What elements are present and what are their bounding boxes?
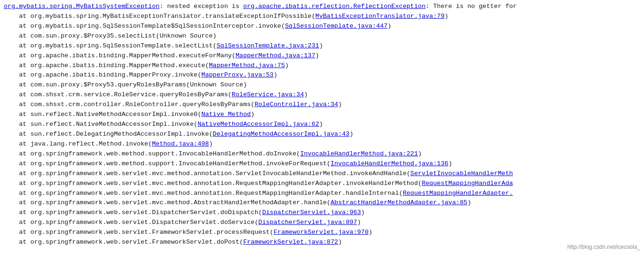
stack-link[interactable]: Method.java:498 bbox=[152, 140, 209, 147]
stack-trace-line: at org.springframework.web.servlet.mvc.m… bbox=[4, 198, 640, 208]
stack-trace-line: at com.shsxt.crm.controller.RoleControll… bbox=[4, 100, 640, 110]
stack-text: at com.sun.proxy.$Proxy53.queryRolesByPa… bbox=[4, 81, 247, 88]
stack-text: ) bbox=[369, 229, 372, 236]
stack-link[interactable]: MapperProxy.java:53 bbox=[201, 71, 273, 78]
stack-trace-line: at org.mybatis.spring.SqlSessionTemplate… bbox=[4, 41, 640, 51]
stack-text: ) bbox=[445, 13, 448, 20]
stack-text: ) bbox=[285, 62, 289, 69]
stack-text: at com.shsxt.crm.service.RoleService.que… bbox=[4, 91, 232, 98]
stack-text: ) bbox=[361, 209, 365, 216]
stack-text: ) bbox=[251, 111, 255, 118]
stack-link[interactable]: SqlSessionTemplate.java:447 bbox=[285, 23, 388, 30]
stack-text: at org.mybatis.spring.SqlSessionTemplate… bbox=[4, 42, 217, 49]
stack-trace-line: at org.apache.ibatis.binding.MapperProxy… bbox=[4, 70, 640, 80]
stack-trace-line: at org.springframework.web.method.suppor… bbox=[4, 149, 640, 159]
stack-link[interactable]: org.apache.ibatis.reflection.ReflectionE… bbox=[243, 3, 425, 10]
stack-text: ) bbox=[273, 71, 277, 78]
stack-trace-line: org.mybatis.spring.MyBatisSystemExceptio… bbox=[4, 2, 640, 12]
stack-text: ) bbox=[448, 160, 452, 167]
stack-trace-line: at org.springframework.web.servlet.Frame… bbox=[4, 228, 640, 238]
stack-text: ) bbox=[338, 239, 342, 246]
stack-trace-line: at org.springframework.web.servlet.Dispa… bbox=[4, 218, 640, 228]
stack-trace-line: at org.mybatis.spring.MyBatisExceptionTr… bbox=[4, 12, 640, 22]
stack-trace-line: at org.apache.ibatis.binding.MapperMetho… bbox=[4, 61, 640, 71]
stack-link[interactable]: MapperMethod.java:137 bbox=[235, 52, 315, 59]
stack-trace-line: at com.sun.proxy.$Proxy53.queryRolesByPa… bbox=[4, 80, 640, 90]
stack-text: at sun.reflect.NativeMethodAccessorImpl.… bbox=[4, 121, 197, 128]
stack-text: ) bbox=[338, 101, 342, 108]
stack-text: at sun.reflect.DelegatingMethodAccessorI… bbox=[4, 131, 213, 138]
stack-trace-line: at org.springframework.web.method.suppor… bbox=[4, 159, 640, 169]
stack-link[interactable]: InvocableHandlerMethod.java:221 bbox=[300, 150, 418, 157]
stack-text: ) bbox=[209, 140, 212, 147]
stack-link[interactable]: AbstractHandlerMethodAdapter.java:85 bbox=[331, 199, 468, 206]
stack-trace-line: at java.lang.reflect.Method.invoke(Metho… bbox=[4, 139, 640, 149]
stack-text: at org.springframework.web.servlet.mvc.m… bbox=[4, 180, 422, 187]
stack-text: at sun.reflect.NativeMethodAccessorImpl.… bbox=[4, 111, 201, 118]
stack-link[interactable]: DelegatingMethodAccessorImpl.java:43 bbox=[213, 131, 350, 138]
stack-trace-line: at org.springframework.web.servlet.Frame… bbox=[4, 238, 640, 247]
stack-link[interactable]: FrameworkServlet.java:970 bbox=[273, 229, 369, 236]
stack-trace-line: at com.shsxt.crm.service.RoleService.que… bbox=[4, 90, 640, 100]
stack-text: at org.springframework.web.servlet.mvc.m… bbox=[4, 190, 403, 197]
stack-link[interactable]: MyBatisExceptionTranslator.java:79 bbox=[315, 13, 444, 20]
stack-text: : nested exception is bbox=[159, 3, 243, 10]
stack-text: at org.springframework.web.servlet.Dispa… bbox=[4, 219, 258, 226]
stack-link[interactable]: RequestMappingHandlerAda bbox=[422, 180, 513, 187]
stack-text: ) bbox=[418, 150, 422, 157]
stack-text: ) bbox=[319, 42, 323, 49]
stack-text: at org.apache.ibatis.binding.MapperProxy… bbox=[4, 71, 201, 78]
stack-text: at com.shsxt.crm.controller.RoleControll… bbox=[4, 101, 255, 108]
stack-text: at org.springframework.web.servlet.Dispa… bbox=[4, 209, 262, 216]
stack-text: ) bbox=[304, 91, 308, 98]
stack-link[interactable]: RoleService.java:34 bbox=[232, 91, 304, 98]
stack-link[interactable]: DispatcherServlet.java:963 bbox=[262, 209, 361, 216]
stack-trace-line: at sun.reflect.DelegatingMethodAccessorI… bbox=[4, 130, 640, 139]
stack-link[interactable]: NativeMethodAccessorImpl.java:62 bbox=[197, 121, 319, 128]
stack-link[interactable]: SqlSessionTemplate.java:231 bbox=[217, 42, 319, 49]
stack-link[interactable]: RoleController.java:34 bbox=[255, 101, 338, 108]
stack-link[interactable]: InvocableHandlerMethod.java:136 bbox=[331, 160, 448, 167]
stack-text: ) bbox=[315, 52, 319, 59]
stack-text: : There is no getter for bbox=[425, 3, 516, 10]
stack-text: at org.springframework.web.method.suppor… bbox=[4, 150, 300, 157]
stack-text: at org.apache.ibatis.binding.MapperMetho… bbox=[4, 62, 209, 69]
stack-text: at org.mybatis.spring.MyBatisExceptionTr… bbox=[4, 13, 315, 20]
stack-trace-line: at org.mybatis.spring.SqlSessionTemplate… bbox=[4, 22, 640, 31]
stack-trace-line: at org.springframework.web.servlet.mvc.m… bbox=[4, 169, 640, 179]
stack-text: at java.lang.reflect.Method.invoke( bbox=[4, 140, 152, 147]
stack-link[interactable]: org.mybatis.spring.MyBatisSystemExceptio… bbox=[4, 3, 159, 10]
stack-link[interactable]: RequestMappingHandlerAdapter. bbox=[403, 190, 513, 197]
stack-link[interactable]: Native Method bbox=[201, 111, 250, 118]
stack-text: ) bbox=[349, 131, 353, 138]
stack-trace-line: at org.springframework.web.servlet.mvc.m… bbox=[4, 189, 640, 199]
stack-trace-container: org.mybatis.spring.MyBatisSystemExceptio… bbox=[0, 0, 644, 249]
stack-link[interactable]: MapperMethod.java:75 bbox=[209, 62, 285, 69]
stack-text: at org.springframework.web.method.suppor… bbox=[4, 160, 331, 167]
stack-text: ) bbox=[319, 121, 323, 128]
stack-text: at org.springframework.web.servlet.mvc.m… bbox=[4, 170, 410, 177]
stack-link[interactable]: DispatcherServlet.java:897 bbox=[258, 219, 357, 226]
stack-text: ) bbox=[357, 219, 361, 226]
stack-text: at org.apache.ibatis.binding.MapperMetho… bbox=[4, 52, 235, 59]
stack-text: at org.springframework.web.servlet.mvc.m… bbox=[4, 199, 331, 206]
stack-trace-line: at org.springframework.web.servlet.mvc.m… bbox=[4, 179, 640, 189]
stack-text: at org.mybatis.spring.SqlSessionTemplate… bbox=[4, 23, 285, 30]
stack-trace-line: at sun.reflect.NativeMethodAccessorImpl.… bbox=[4, 110, 640, 120]
stack-text: ) bbox=[387, 23, 391, 30]
stack-text: ) bbox=[467, 199, 471, 206]
stack-trace-line: at com.sun.proxy.$Proxy35.selectList(Unk… bbox=[4, 31, 640, 41]
stack-trace-line: at sun.reflect.NativeMethodAccessorImpl.… bbox=[4, 120, 640, 130]
stack-link[interactable]: ServletInvocableHandlerMeth bbox=[410, 170, 513, 177]
stack-text: at com.sun.proxy.$Proxy35.selectList(Unk… bbox=[4, 32, 217, 39]
stack-trace-line: at org.springframework.web.servlet.Dispa… bbox=[4, 208, 640, 218]
stack-link[interactable]: FrameworkServlet.java:872 bbox=[243, 239, 338, 246]
stack-text: at org.springframework.web.servlet.Frame… bbox=[4, 239, 243, 246]
stack-trace-line: at org.apache.ibatis.binding.MapperMetho… bbox=[4, 51, 640, 61]
stack-text: at org.springframework.web.servlet.Frame… bbox=[4, 229, 273, 236]
